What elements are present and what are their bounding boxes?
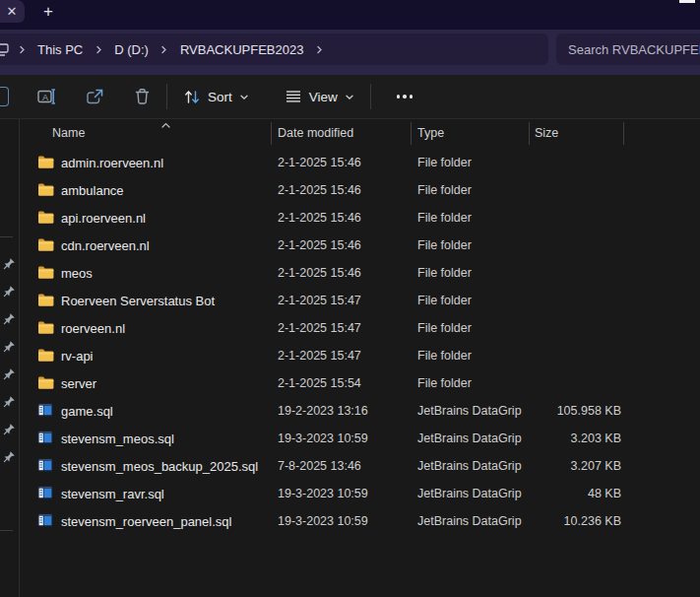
search-input[interactable]: Search RVBACKUPFEB2023 <box>556 33 700 65</box>
breadcrumb[interactable]: This PC D (D:) RVBACKUPFEB2023 <box>0 33 548 65</box>
pinned-item-pin-icon[interactable] <box>3 285 16 298</box>
pinned-item-pin-icon[interactable] <box>3 367 16 380</box>
file-type: File folder <box>417 376 472 390</box>
file-date-modified: 19-2-2023 13:16 <box>278 404 368 418</box>
breadcrumb-this-pc[interactable]: This PC <box>31 38 90 61</box>
breadcrumb-current-folder[interactable]: RVBACKUPFEB2023 <box>173 38 311 61</box>
more-options-button[interactable] <box>379 80 431 113</box>
svg-text:A: A <box>42 93 48 102</box>
file-date-modified: 2-1-2025 15:47 <box>278 349 361 363</box>
pinned-item-pin-icon[interactable] <box>3 257 16 270</box>
address-bar-row: This PC D (D:) RVBACKUPFEB2023 Search RV… <box>0 30 700 75</box>
column-header-name[interactable]: Name <box>52 126 85 140</box>
column-separator[interactable] <box>411 122 412 145</box>
file-name: Roerveen Serverstatus Bot <box>61 294 215 308</box>
toolbar-separator <box>370 84 371 109</box>
file-explorer-window: ✕ + This PC D (D:) RVBACKUPFEB <box>0 0 700 597</box>
sort-arrows-icon <box>183 89 201 105</box>
delete-button[interactable] <box>126 80 159 113</box>
sidebar-divider <box>0 236 13 237</box>
file-row[interactable]: roerveen.nl 2-1-2025 15:47 File folder <box>21 314 700 342</box>
file-row[interactable]: api.roerveen.nl 2-1-2025 15:46 File fold… <box>21 204 700 232</box>
more-options-icon <box>387 95 423 99</box>
datagrip-file-icon <box>37 431 54 446</box>
file-row[interactable]: ambulance 2-1-2025 15:46 File folder <box>21 176 700 204</box>
file-row[interactable]: stevensm_meos.sql 19-3-2023 10:59 JetBra… <box>21 425 700 452</box>
column-header-size[interactable]: Size <box>535 126 558 140</box>
file-date-modified: 2-1-2025 15:54 <box>278 376 361 390</box>
chevron-right-icon[interactable] <box>15 42 29 56</box>
file-row[interactable]: admin.roerveen.nl 2-1-2025 15:46 File fo… <box>21 149 700 176</box>
file-list: admin.roerveen.nl 2-1-2025 15:46 File fo… <box>21 149 700 535</box>
file-row[interactable]: cdn.roerveen.nl 2-1-2025 15:46 File fold… <box>21 232 700 259</box>
file-type: File folder <box>417 156 472 169</box>
sort-button[interactable]: Sort <box>175 80 257 113</box>
breadcrumb-drive-d[interactable]: D (D:) <box>107 38 156 61</box>
pinned-item-pin-icon[interactable] <box>3 395 16 408</box>
file-name: admin.roerveen.nl <box>61 156 163 170</box>
new-tab-button[interactable]: + <box>37 1 59 23</box>
rename-button[interactable]: A <box>30 80 64 113</box>
pinned-item-pin-icon[interactable] <box>3 450 16 463</box>
column-separator[interactable] <box>271 122 272 145</box>
chevron-right-icon[interactable] <box>92 42 105 56</box>
file-date-modified: 2-1-2025 15:47 <box>278 321 361 335</box>
sort-ascending-icon <box>160 118 171 132</box>
file-name: game.sql <box>61 404 113 419</box>
file-row[interactable]: meos 2-1-2025 15:46 File folder <box>21 259 700 287</box>
file-size: 10.236 KB <box>483 514 621 528</box>
column-header-date-modified[interactable]: Date modified <box>278 126 353 140</box>
file-date-modified: 2-1-2025 15:46 <box>278 266 361 280</box>
sidebar-divider <box>0 530 13 531</box>
column-header-type[interactable]: Type <box>417 126 444 140</box>
datagrip-file-icon <box>37 458 54 474</box>
clipboard-icon-fragment[interactable] <box>0 87 9 106</box>
column-separator[interactable] <box>623 122 624 145</box>
file-date-modified: 2-1-2025 15:46 <box>278 156 361 169</box>
sort-label: Sort <box>208 90 232 104</box>
file-row[interactable]: stevensm_meos_backup_2025.sql 7-8-2025 1… <box>21 452 700 480</box>
file-name: api.roerveen.nl <box>61 211 146 226</box>
file-date-modified: 19-3-2023 10:59 <box>278 514 368 528</box>
tab-close-icon[interactable]: ✕ <box>5 5 19 19</box>
folder-icon <box>37 182 54 198</box>
active-tab[interactable]: ✕ <box>0 0 25 23</box>
column-headers: Name Date modified Type Size <box>21 120 700 147</box>
chevron-down-icon <box>345 93 354 101</box>
search-placeholder: Search RVBACKUPFEB2023 <box>568 42 700 57</box>
folder-icon <box>37 237 54 253</box>
folder-icon <box>37 155 54 170</box>
file-name: roerveen.nl <box>61 321 125 336</box>
folder-icon <box>37 293 54 308</box>
file-name: stevensm_meos_backup_2025.sql <box>61 459 258 474</box>
file-size: 3.203 KB <box>483 431 621 445</box>
file-date-modified: 2-1-2025 15:47 <box>278 294 361 307</box>
file-size: 105.958 KB <box>483 404 621 418</box>
file-date-modified: 2-1-2025 15:46 <box>278 211 361 225</box>
share-button[interactable] <box>78 80 112 113</box>
file-row[interactable]: stevensm_ravr.sql 19-3-2023 10:59 JetBra… <box>21 480 700 507</box>
pinned-item-pin-icon[interactable] <box>3 340 16 353</box>
file-row[interactable]: rv-api 2-1-2025 15:47 File folder <box>21 342 700 369</box>
file-date-modified: 19-3-2023 10:59 <box>278 431 368 445</box>
folder-icon <box>37 375 54 391</box>
view-button[interactable]: View <box>277 80 362 113</box>
file-type: File folder <box>417 211 472 225</box>
chevron-right-icon[interactable] <box>158 42 171 56</box>
pinned-item-pin-icon[interactable] <box>3 312 16 325</box>
file-type: File folder <box>417 238 472 252</box>
file-type: File folder <box>417 266 472 280</box>
chevron-right-icon[interactable] <box>312 42 326 56</box>
pinned-item-pin-icon[interactable] <box>3 423 16 435</box>
file-row[interactable]: server 2-1-2025 15:54 File folder <box>21 369 700 397</box>
view-lines-icon <box>285 89 302 104</box>
file-row[interactable]: Roerveen Serverstatus Bot 2-1-2025 15:47… <box>21 287 700 314</box>
minimize-icon[interactable] <box>679 0 695 3</box>
datagrip-file-icon <box>37 403 54 419</box>
file-row[interactable]: stevensm_roerveen_panel.sql 19-3-2023 10… <box>21 507 700 535</box>
column-separator[interactable] <box>529 122 530 145</box>
file-type: File folder <box>417 321 472 335</box>
folder-icon <box>37 348 54 364</box>
file-row[interactable]: game.sql 19-2-2023 13:16 JetBrains DataG… <box>21 397 700 425</box>
file-name: rv-api <box>61 349 94 364</box>
